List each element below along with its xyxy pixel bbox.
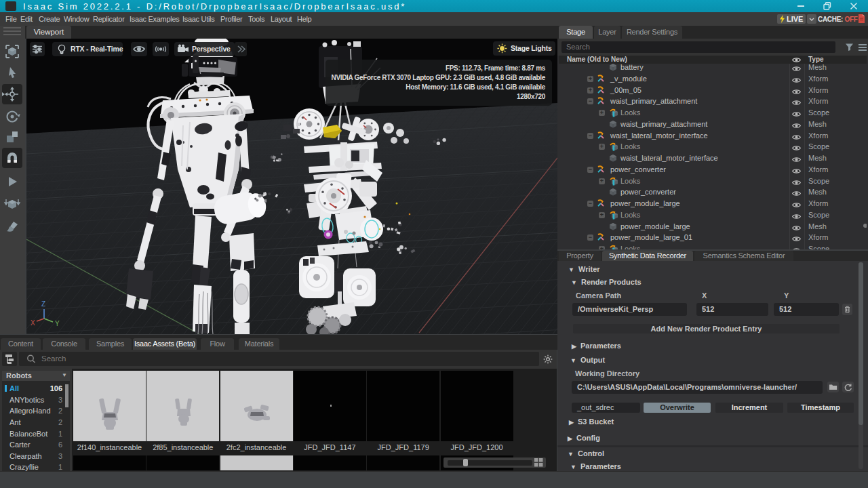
svg-text:X: X bbox=[31, 319, 35, 327]
svg-text:Y: Y bbox=[55, 320, 60, 327]
svg-text:Z: Z bbox=[41, 300, 45, 308]
